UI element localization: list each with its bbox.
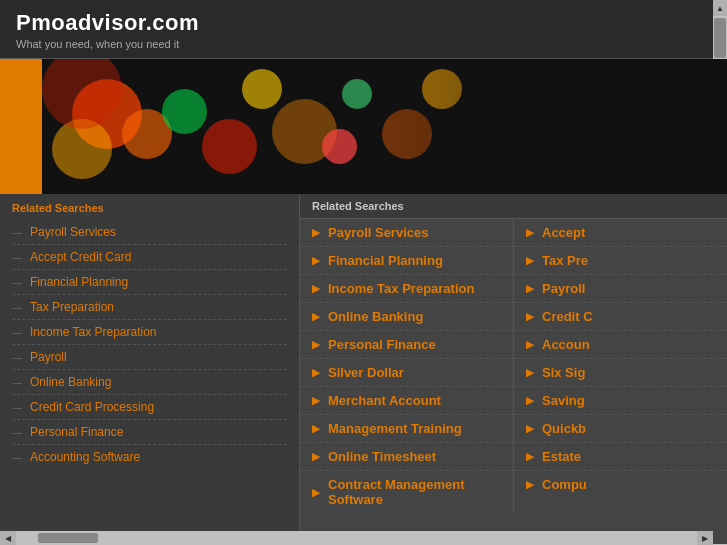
sidebar-item[interactable]: —Online Banking xyxy=(12,370,287,395)
right-link-item-col2[interactable]: ▶Estate xyxy=(514,443,727,471)
orange-arrow-icon: ▶ xyxy=(312,226,320,239)
arrow-icon: — xyxy=(12,277,22,288)
right-link-item-col2[interactable]: ▶Compu xyxy=(514,471,727,498)
right-link-item-col2[interactable]: ▶Saving xyxy=(514,387,727,415)
orange-arrow-icon: ▶ xyxy=(312,394,320,407)
right-link-label: Payroll Services xyxy=(328,225,428,240)
right-link-item[interactable]: ▶Online Banking xyxy=(300,303,513,331)
right-link-label: Management Training xyxy=(328,421,462,436)
sidebar-links: —Payroll Services—Accept Credit Card—Fin… xyxy=(12,220,287,469)
right-link-item[interactable]: ▶Merchant Account xyxy=(300,387,513,415)
right-link-label: Silver Dollar xyxy=(328,365,404,380)
right-link-item[interactable]: ▶Payroll Services xyxy=(300,219,513,247)
right-panel-header: Related Searches xyxy=(300,194,727,219)
orange-arrow-icon: ▶ xyxy=(312,366,320,379)
header: Pmoadvisor.com What you need, when you n… xyxy=(0,0,727,59)
arrow-icon: — xyxy=(12,377,22,388)
orange-arrow-icon-r: ▶ xyxy=(526,310,534,323)
sidebar-item[interactable]: —Accounting Software xyxy=(12,445,287,469)
sidebar-item[interactable]: —Tax Preparation xyxy=(12,295,287,320)
arrow-icon: — xyxy=(12,252,22,263)
orange-arrow-icon-r: ▶ xyxy=(526,282,534,295)
sidebar-link-text: Payroll xyxy=(30,350,67,364)
right-link-item-col2[interactable]: ▶Six Sig xyxy=(514,359,727,387)
right-panel-left-col: ▶Payroll Services▶Financial Planning▶Inc… xyxy=(300,219,514,513)
sidebar-link-text: Income Tax Preparation xyxy=(30,325,157,339)
scroll-track xyxy=(16,531,697,545)
right-link-label-col2: Six Sig xyxy=(542,365,585,380)
orange-arrow-icon: ▶ xyxy=(312,486,320,499)
orange-arrow-icon: ▶ xyxy=(312,310,320,323)
orange-arrow-icon: ▶ xyxy=(312,282,320,295)
arrow-icon: — xyxy=(12,302,22,313)
tagline: What you need, when you need it xyxy=(16,38,711,50)
hero-image xyxy=(42,59,727,194)
orange-arrow-icon-r: ▶ xyxy=(526,254,534,267)
arrow-icon: — xyxy=(12,327,22,338)
right-link-item[interactable]: ▶Silver Dollar xyxy=(300,359,513,387)
scroll-left-arrow[interactable]: ◀ xyxy=(0,531,16,545)
right-link-label: Financial Planning xyxy=(328,253,443,268)
right-link-item[interactable]: ▶Online Timesheet xyxy=(300,443,513,471)
sidebar-link-text: Personal Finance xyxy=(30,425,123,439)
right-link-label: Merchant Account xyxy=(328,393,441,408)
right-link-label-col2: Compu xyxy=(542,477,587,492)
orange-arrow-icon-r: ▶ xyxy=(526,422,534,435)
right-link-item[interactable]: ▶Management Training xyxy=(300,415,513,443)
right-link-item[interactable]: ▶Contract Management Software xyxy=(300,471,513,513)
right-panel-right-col: ▶Accept▶Tax Pre▶Payroll▶Credit C▶Accoun▶… xyxy=(514,219,727,513)
arrow-icon: — xyxy=(12,227,22,238)
sidebar-item[interactable]: —Income Tax Preparation xyxy=(12,320,287,345)
sidebar-link-text: Accounting Software xyxy=(30,450,140,464)
right-link-item-col2[interactable]: ▶Quickb xyxy=(514,415,727,443)
scroll-right-arrow[interactable]: ▶ xyxy=(697,531,713,545)
sidebar-item[interactable]: —Payroll Services xyxy=(12,220,287,245)
right-link-label-col2: Credit C xyxy=(542,309,593,324)
arrow-icon: — xyxy=(12,352,22,363)
right-link-item-col2[interactable]: ▶Tax Pre xyxy=(514,247,727,275)
right-link-label: Online Banking xyxy=(328,309,423,324)
sidebar-item[interactable]: —Credit Card Processing xyxy=(12,395,287,420)
right-link-item-col2[interactable]: ▶Accoun xyxy=(514,331,727,359)
right-link-item-col2[interactable]: ▶Payroll xyxy=(514,275,727,303)
orange-arrow-icon-r: ▶ xyxy=(526,366,534,379)
sidebar-link-text: Credit Card Processing xyxy=(30,400,154,414)
sidebar-link-text: Online Banking xyxy=(30,375,111,389)
right-link-label: Personal Finance xyxy=(328,337,436,352)
scroll-up-arrow[interactable]: ▲ xyxy=(713,0,727,16)
scroll-thumb-h[interactable] xyxy=(38,533,98,543)
right-link-label-col2: Estate xyxy=(542,449,581,464)
sidebar-item[interactable]: —Payroll xyxy=(12,345,287,370)
horizontal-scrollbar[interactable]: ◀ ▶ xyxy=(0,531,713,545)
sidebar-item[interactable]: —Personal Finance xyxy=(12,420,287,445)
arrow-icon: — xyxy=(12,402,22,413)
right-link-item-col2[interactable]: ▶Credit C xyxy=(514,303,727,331)
orange-arrow-icon: ▶ xyxy=(312,422,320,435)
orange-arrow-icon-r: ▶ xyxy=(526,450,534,463)
right-link-label-col2: Quickb xyxy=(542,421,586,436)
right-link-item[interactable]: ▶Income Tax Preparation xyxy=(300,275,513,303)
right-link-label: Contract Management Software xyxy=(328,477,501,507)
right-link-label-col2: Accoun xyxy=(542,337,590,352)
orange-arrow-icon-r: ▶ xyxy=(526,394,534,407)
sidebar-link-text: Financial Planning xyxy=(30,275,128,289)
right-link-item[interactable]: ▶Personal Finance xyxy=(300,331,513,359)
scroll-thumb[interactable] xyxy=(714,18,726,58)
orange-arrow-icon-r: ▶ xyxy=(526,226,534,239)
right-panel-columns: ▶Payroll Services▶Financial Planning▶Inc… xyxy=(300,219,727,513)
orange-arrow-icon-r: ▶ xyxy=(526,478,534,491)
sidebar-link-text: Tax Preparation xyxy=(30,300,114,314)
orange-arrow-icon: ▶ xyxy=(312,254,320,267)
right-link-item[interactable]: ▶Financial Planning xyxy=(300,247,513,275)
sidebar-item[interactable]: —Financial Planning xyxy=(12,270,287,295)
sidebar-link-text: Payroll Services xyxy=(30,225,116,239)
hero-orange-bar xyxy=(0,59,42,194)
right-link-item-col2[interactable]: ▶Accept xyxy=(514,219,727,247)
sidebar-item[interactable]: —Accept Credit Card xyxy=(12,245,287,270)
sidebar: Related Searches —Payroll Services—Accep… xyxy=(0,194,300,544)
right-link-label-col2: Tax Pre xyxy=(542,253,588,268)
hero-section xyxy=(0,59,727,194)
right-panel: Related Searches ▶Payroll Services▶Finan… xyxy=(300,194,727,544)
right-link-label: Income Tax Preparation xyxy=(328,281,474,296)
arrow-icon: — xyxy=(12,452,22,463)
